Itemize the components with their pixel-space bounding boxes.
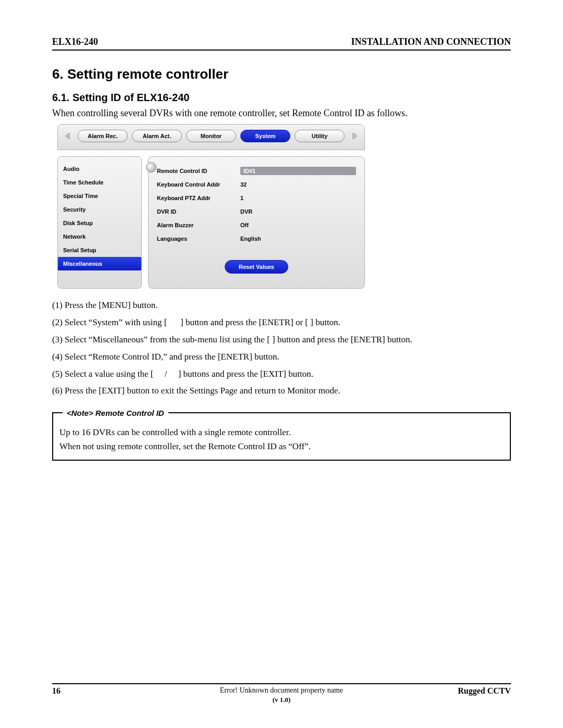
section-subtitle: 6.1. Setting ID of ELX16-240 (52, 92, 511, 104)
sidebar: Audio Time Schedule Special Time Securit… (57, 156, 142, 289)
field-remote-control-id[interactable]: Remote Control ID ID#1 (157, 164, 356, 178)
sidebar-item-security[interactable]: Security (58, 203, 141, 216)
svg-marker-0 (65, 133, 69, 139)
footer-rule (52, 683, 511, 684)
field-value: 32 (240, 181, 356, 188)
sidebar-item-label: Network (63, 233, 85, 240)
tab-label: Monitor (201, 133, 222, 139)
field-value: ID#1 (240, 167, 356, 175)
step-3: (3) Select “Miscellaneous” from the sub-… (52, 332, 511, 348)
svg-marker-1 (353, 133, 357, 139)
note-text-2: When not using remote controller, set th… (59, 440, 504, 453)
sidebar-item-label: Miscellaneous (63, 261, 102, 267)
sidebar-item-network[interactable]: Network (58, 230, 141, 243)
dvr-settings-figure: Alarm Rec. Alarm Act. Monitor System Uti… (57, 124, 365, 289)
field-alarm-buzzer[interactable]: Alarm Buzzer Off (157, 218, 356, 232)
field-value: English (240, 236, 356, 242)
field-dvr-id[interactable]: DVR ID DVR (157, 205, 356, 218)
tab-bar: Alarm Rec. Alarm Act. Monitor System Uti… (57, 124, 365, 150)
sidebar-item-label: Special Time (63, 193, 98, 199)
page-footer: 16 Error! Unknown document property name… (52, 683, 511, 704)
field-value: Off (240, 222, 356, 228)
tab-label: Alarm Rec. (88, 133, 117, 139)
note-label: <Note> Remote Control ID (63, 407, 168, 419)
tab-label: Alarm Act. (143, 133, 172, 139)
step-6: (6) Press the [EXIT] button to exit the … (52, 384, 511, 399)
tab-monitor[interactable]: Monitor (186, 130, 236, 142)
sidebar-item-special-time[interactable]: Special Time (58, 189, 141, 203)
field-value: DVR (240, 208, 356, 215)
section-title: 6. Setting remote controller (52, 66, 511, 82)
tab-utility[interactable]: Utility (295, 130, 345, 142)
sidebar-item-miscellaneous[interactable]: Miscellaneous (58, 257, 141, 270)
nav-right-icon[interactable] (349, 130, 360, 142)
page: ELX16-240 INSTALLATION AND CONNECTION 6.… (0, 0, 563, 728)
step-4: (4) Select “Remote Control ID,” and pres… (52, 350, 511, 365)
sidebar-item-label: Security (63, 206, 85, 213)
footer-version: (v 1.0) (52, 696, 511, 704)
field-keyboard-ptz-addr[interactable]: Keyboard PTZ Addr 1 (157, 191, 356, 205)
field-label: Keyboard Control Addr (157, 181, 240, 188)
step-5: (5) Select a value using the [ / ] butto… (52, 367, 511, 382)
page-header: ELX16-240 INSTALLATION AND CONNECTION (52, 36, 511, 47)
field-label: Languages (157, 236, 240, 242)
scroll-thumb-icon[interactable] (146, 162, 156, 172)
footer-brand: Rugged CCTV (458, 686, 511, 696)
sidebar-item-audio[interactable]: Audio (58, 162, 141, 176)
header-right: INSTALLATION AND CONNECTION (351, 36, 511, 47)
step-2: (2) Select “System” with using [ ] butto… (52, 315, 511, 330)
field-label: Remote Control ID (157, 168, 240, 174)
field-languages[interactable]: Languages English (157, 232, 356, 245)
sidebar-item-label: Disk Setup (63, 220, 93, 226)
tab-system[interactable]: System (240, 130, 290, 142)
note-box: <Note> Remote Control ID Up to 16 DVRs c… (52, 412, 511, 461)
reset-values-label: Reset Values (239, 264, 274, 270)
header-rule (52, 50, 511, 51)
instruction-steps: (1) Press the [MENU] button. (2) Select … (52, 298, 511, 399)
field-label: DVR ID (157, 208, 240, 215)
field-keyboard-control-addr[interactable]: Keyboard Control Addr 32 (157, 178, 356, 191)
tab-label: Utility (312, 133, 328, 139)
sidebar-item-label: Time Schedule (63, 179, 103, 186)
nav-left-icon[interactable] (62, 130, 74, 142)
settings-panel: Remote Control ID ID#1 Keyboard Control … (148, 156, 365, 289)
field-value: 1 (240, 195, 356, 201)
tab-alarm-act[interactable]: Alarm Act. (132, 130, 182, 142)
section-intro: When controlling several DVRs with one r… (52, 108, 511, 119)
sidebar-item-disk-setup[interactable]: Disk Setup (58, 216, 141, 230)
step-1: (1) Press the [MENU] button. (52, 298, 511, 313)
note-text-1: Up to 16 DVRs can be controlled with a s… (59, 426, 504, 439)
footer-center-text: Error! Unknown document property name (52, 686, 511, 695)
reset-values-button[interactable]: Reset Values (225, 260, 288, 274)
tab-label: System (255, 133, 275, 139)
sidebar-item-time-schedule[interactable]: Time Schedule (58, 176, 141, 189)
sidebar-item-serial-setup[interactable]: Serial Setup (58, 243, 141, 257)
field-label: Keyboard PTZ Addr (157, 195, 240, 201)
sidebar-item-label: Serial Setup (63, 247, 96, 253)
tab-alarm-rec[interactable]: Alarm Rec. (78, 130, 128, 142)
sidebar-item-label: Audio (63, 166, 79, 172)
header-left: ELX16-240 (52, 36, 98, 47)
field-label: Alarm Buzzer (157, 222, 240, 228)
